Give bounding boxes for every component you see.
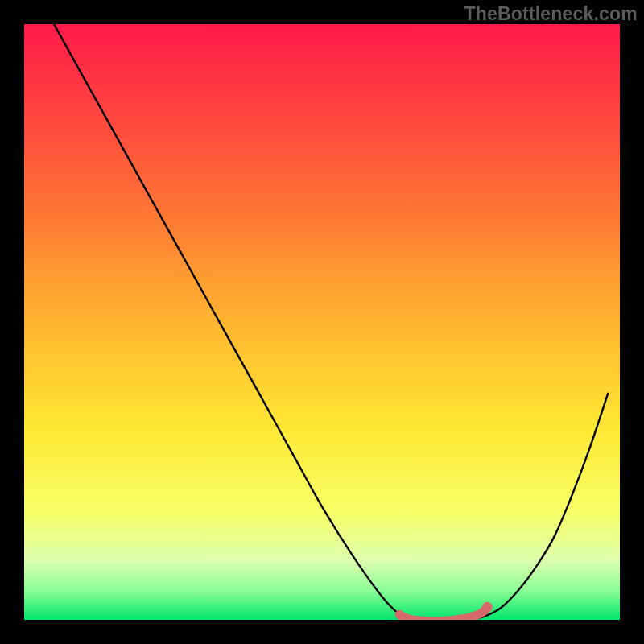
chart-svg — [24, 24, 620, 620]
watermark-text: TheBottleneck.com — [464, 3, 638, 25]
gradient-background — [24, 24, 620, 620]
chart-frame — [24, 24, 620, 620]
optimal-zone-end-dot — [482, 602, 493, 613]
